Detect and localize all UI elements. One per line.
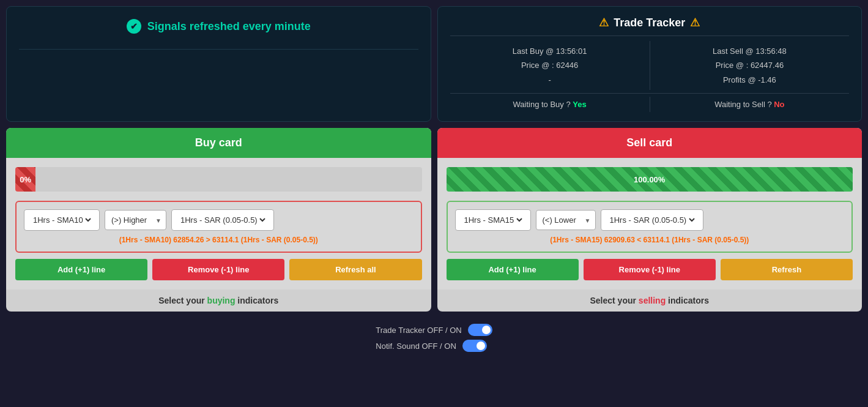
sell-formula-text: (1Hrs - SMA15) 62909.63 < 63114.1 (1Hrs … xyxy=(550,236,749,244)
notif-sound-toggle[interactable] xyxy=(462,340,487,352)
sell-profits-text: Profits @ -1.46 xyxy=(656,73,843,87)
sell-sma-dropdown[interactable]: 1Hrs - SMA15 xyxy=(462,215,524,225)
buy-card-body: 0% 1Hrs - SMA10 (>) Higher xyxy=(6,158,431,289)
trade-tracker-title: ⚠ Trade Tracker ⚠ xyxy=(450,16,850,29)
trade-tracker-toggle[interactable] xyxy=(468,324,492,336)
sell-sar-select[interactable]: 1Hrs - SAR (0.05-0.5) xyxy=(601,209,703,231)
buy-progress-bar: 0% xyxy=(15,167,35,192)
sell-remove-button[interactable]: Remove (-1) line xyxy=(584,259,716,280)
tracker-buy-col: Last Buy @ 13:56:01 Price @ : 62446 - xyxy=(450,41,650,90)
buy-formula-text: (1Hrs - SMA10) 62854.26 > 63114.1 (1Hrs … xyxy=(119,236,318,244)
waiting-sell-value: No xyxy=(774,100,784,109)
sell-formula: (1Hrs - SMA15) 62909.63 < 63114.1 (1Hrs … xyxy=(455,236,845,244)
buy-operator-dropdown[interactable]: (>) Higher xyxy=(105,210,166,230)
sell-progress-bar: 100.00% xyxy=(447,167,853,192)
sell-footer-prefix: Select your xyxy=(590,296,638,305)
tracker-waiting-row: Waiting to Buy ? Yes Waiting to Sell ? N… xyxy=(450,93,850,112)
buy-action-buttons: Add (+1) line Remove (-1) line Refresh a… xyxy=(15,259,422,280)
sell-indicator-box: 1Hrs - SMA15 (<) Lower 1Hrs - SAR (0.05-… xyxy=(447,201,853,253)
buy-card-header: Buy card xyxy=(6,128,431,158)
buy-add-button[interactable]: Add (+1) line xyxy=(15,259,147,280)
buy-card-footer: Select your buying indicators xyxy=(6,289,431,312)
last-buy-text: Last Buy @ 13:56:01 xyxy=(456,44,644,58)
cards-row: Buy card 0% 1Hrs - SMA10 (>) Hi xyxy=(0,128,868,318)
bottom-row: Trade Tracker OFF / ON Notif. Sound OFF … xyxy=(0,318,868,358)
buy-footer-suffix: indicators xyxy=(235,296,278,305)
sell-indicator-selects: 1Hrs - SMA15 (<) Lower 1Hrs - SAR (0.05-… xyxy=(455,209,845,231)
sell-progress-container: 100.00% xyxy=(447,167,853,192)
sell-sar-dropdown[interactable]: 1Hrs - SAR (0.05-0.5) xyxy=(607,215,697,225)
buy-sar-select[interactable]: 1Hrs - SAR (0.05-0.5) xyxy=(171,209,274,231)
buy-indicator-box: 1Hrs - SMA10 (>) Higher 1Hrs - SAR (0.05… xyxy=(15,201,422,253)
waiting-sell-col: Waiting to Sell ? No xyxy=(650,97,849,112)
warning-icon-left: ⚠ xyxy=(599,16,609,29)
check-icon: ✔ xyxy=(127,19,141,34)
buy-dash-text: - xyxy=(456,73,644,87)
sell-price-text: Price @ : 62447.46 xyxy=(656,58,843,72)
trade-tracker-toggle-label: Trade Tracker OFF / ON xyxy=(376,326,461,335)
sell-footer-suffix: indicators xyxy=(666,296,709,305)
sell-card-body: 100.00% 1Hrs - SMA15 (<) Lower xyxy=(437,158,862,289)
sell-card-header: Sell card xyxy=(437,128,862,158)
signals-panel: ✔ Signals refreshed every minute xyxy=(6,6,431,122)
sell-operator-dropdown[interactable]: (<) Lower xyxy=(536,210,596,230)
notif-sound-toggle-row: Notif. Sound OFF / ON xyxy=(376,340,487,352)
sell-card-section: Sell card 100.00% 1Hrs - SMA15 xyxy=(437,128,862,312)
signals-divider xyxy=(19,49,418,50)
buy-sar-dropdown[interactable]: 1Hrs - SAR (0.05-0.5) xyxy=(178,215,267,225)
trade-tracker-title-text: Trade Tracker xyxy=(614,17,685,29)
notif-sound-toggle-label: Notif. Sound OFF / ON xyxy=(376,342,456,351)
warning-icon-right: ⚠ xyxy=(690,16,700,29)
signals-title: ✔ Signals refreshed every minute xyxy=(127,19,311,34)
buy-progress-container: 0% xyxy=(15,167,422,192)
buy-footer-prefix: Select your xyxy=(158,296,207,305)
trade-tracker-toggle-row: Trade Tracker OFF / ON xyxy=(376,324,492,336)
last-sell-text: Last Sell @ 13:56:48 xyxy=(656,44,843,58)
signals-title-text: Signals refreshed every minute xyxy=(147,20,311,33)
tracker-divider-top xyxy=(450,35,850,36)
buy-footer-highlight: buying xyxy=(207,296,236,305)
sell-operator-wrapper[interactable]: (<) Lower xyxy=(536,210,596,230)
sell-add-button[interactable]: Add (+1) line xyxy=(447,259,579,280)
waiting-buy-col: Waiting to Buy ? Yes xyxy=(450,97,650,112)
buy-indicator-selects: 1Hrs - SMA10 (>) Higher 1Hrs - SAR (0.05… xyxy=(24,209,414,231)
sell-footer-highlight: selling xyxy=(639,296,666,305)
buy-operator-wrapper[interactable]: (>) Higher xyxy=(105,210,166,230)
tracker-info-grid: Last Buy @ 13:56:01 Price @ : 62446 - La… xyxy=(450,41,850,90)
buy-sma-select[interactable]: 1Hrs - SMA10 xyxy=(24,209,100,231)
buy-sma-dropdown[interactable]: 1Hrs - SMA10 xyxy=(31,215,93,225)
buy-card-title: Buy card xyxy=(195,136,242,149)
waiting-buy-value: Yes xyxy=(573,100,586,109)
toggle-section: Trade Tracker OFF / ON Notif. Sound OFF … xyxy=(376,324,492,352)
buy-card-section: Buy card 0% 1Hrs - SMA10 (>) Hi xyxy=(6,128,431,312)
buy-remove-button[interactable]: Remove (-1) line xyxy=(152,259,284,280)
buy-refresh-button[interactable]: Refresh all xyxy=(289,259,421,280)
sell-sma-select[interactable]: 1Hrs - SMA15 xyxy=(455,209,531,231)
waiting-sell-label: Waiting to Sell ? xyxy=(714,100,771,109)
sell-action-buttons: Add (+1) line Remove (-1) line Refresh xyxy=(447,259,853,280)
sell-refresh-button[interactable]: Refresh xyxy=(721,259,853,280)
trade-tracker-panel: ⚠ Trade Tracker ⚠ Last Buy @ 13:56:01 Pr… xyxy=(437,6,862,122)
buy-price-text: Price @ : 62446 xyxy=(456,58,644,72)
sell-progress-label: 100.00% xyxy=(634,175,665,184)
sell-card-footer: Select your selling indicators xyxy=(437,289,862,312)
sell-card-title: Sell card xyxy=(626,136,672,149)
buy-formula: (1Hrs - SMA10) 62854.26 > 63114.1 (1Hrs … xyxy=(24,236,414,244)
tracker-sell-col: Last Sell @ 13:56:48 Price @ : 62447.46 … xyxy=(650,41,849,90)
waiting-buy-label: Waiting to Buy ? xyxy=(513,100,571,109)
buy-progress-label: 0% xyxy=(20,175,31,184)
